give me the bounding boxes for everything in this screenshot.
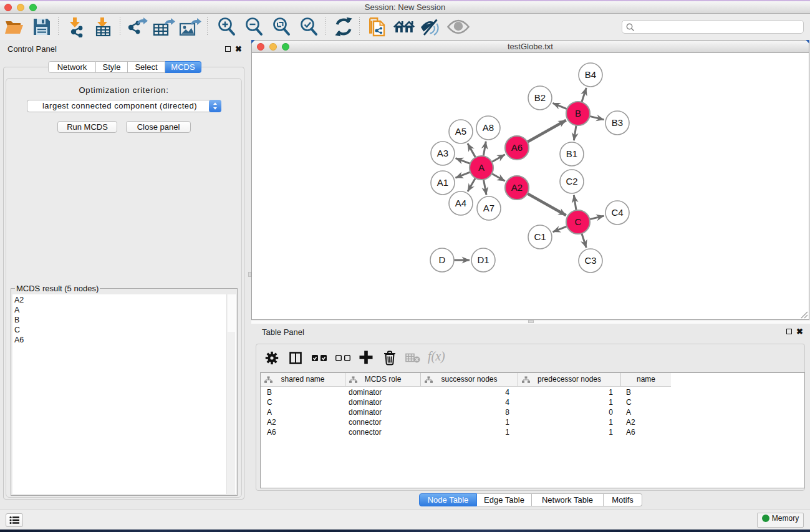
- svg-text:C: C: [575, 216, 582, 227]
- svg-text:C2: C2: [566, 176, 577, 186]
- svg-text:A6: A6: [511, 142, 523, 153]
- svg-text:A: A: [478, 162, 485, 173]
- svg-text:B1: B1: [566, 148, 577, 159]
- svg-text:A1: A1: [437, 177, 448, 188]
- svg-text:B2: B2: [534, 92, 546, 103]
- svg-text:A5: A5: [455, 126, 466, 137]
- svg-text:A8: A8: [483, 122, 494, 133]
- svg-text:B4: B4: [585, 69, 596, 80]
- svg-text:A7: A7: [483, 203, 494, 213]
- svg-text:A2: A2: [511, 182, 523, 193]
- svg-text:A3: A3: [437, 148, 448, 158]
- svg-text:B: B: [575, 108, 581, 118]
- svg-text:D1: D1: [477, 254, 489, 265]
- svg-text:C4: C4: [611, 207, 623, 218]
- svg-text:D: D: [439, 254, 446, 265]
- svg-text:A4: A4: [455, 198, 466, 208]
- svg-text:C1: C1: [534, 231, 546, 242]
- svg-text:B3: B3: [612, 117, 623, 128]
- svg-text:C3: C3: [584, 255, 596, 266]
